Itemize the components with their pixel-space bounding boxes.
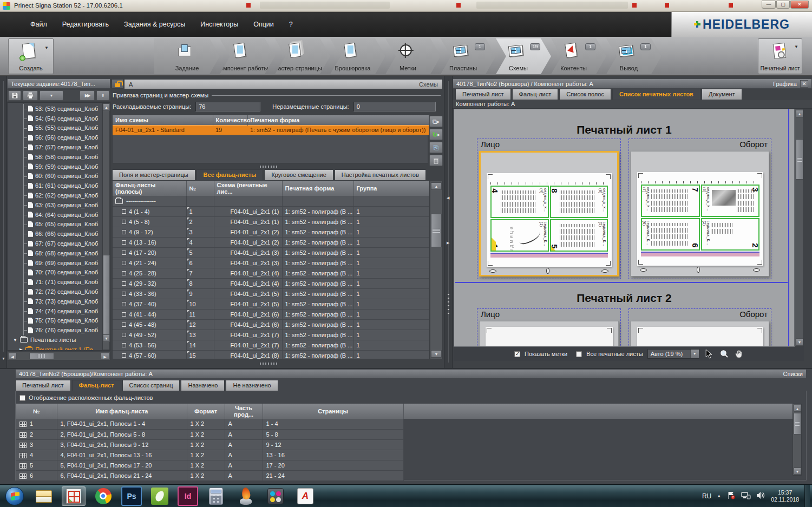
show-desktop-button[interactable] — [804, 485, 810, 507]
fold-sheet-row[interactable]: 4 (9 - 12) 3 F04-01_ui_2x1 (2) 1: sm52 -… — [113, 227, 430, 237]
scheme-row-selected[interactable]: F04-01_ui_2x1 - Standard 19 1: sm52 - по… — [113, 125, 429, 135]
menu-item[interactable]: Опции — [246, 17, 281, 31]
preview-vertical-scrollbar[interactable]: ▲ ▼ — [795, 109, 804, 347]
tree-item-print-sheet-1[interactable]: ▶ Печатный лист 1 (Пе — [14, 345, 93, 351]
tree-item-page[interactable]: 59: (59) седмица_Клоб — [8, 162, 102, 172]
tree-item-page[interactable]: 62: (62) седмица_Клоб — [8, 190, 102, 200]
show-placed-folds-checkbox[interactable] — [19, 395, 25, 401]
imposed-page[interactable]: 7 седмица_К...(7) — [641, 185, 700, 217]
tree-item-page[interactable]: 72: (72) седмица_Клоб — [8, 287, 102, 297]
row-checkbox[interactable] — [122, 333, 126, 337]
fold-sheet-row[interactable]: 4 (25 - 28) 7 F04-01_ui_2x1 (4) 1: sm52 … — [113, 268, 430, 278]
preview-tab[interactable]: Печатный лист — [455, 89, 511, 100]
fold-list-row[interactable]: 2 2, F04-01_ui_2x1, Полосы 5 - 8 1 X 2 A… — [16, 429, 793, 439]
fold-group-row[interactable]: --------------- — [113, 196, 430, 206]
tree-item-page[interactable]: 75: (75) седмица_Клоб — [8, 316, 102, 326]
tree-item-page[interactable]: 53: (53) седмица_Клоб — [8, 104, 102, 114]
fold-sheet-row[interactable]: 4 (13 - 16) 4 F04-01_ui_2x1 (2) 1: sm52 … — [113, 237, 430, 247]
tray-expand-icon[interactable]: ▲ — [717, 493, 721, 498]
row-checkbox[interactable] — [122, 240, 126, 245]
row-checkbox[interactable] — [122, 312, 126, 317]
fold-list-row[interactable]: 1 1, F04-01_ui_2x1, Полосы 1 - 4 1 X 2 A… — [16, 419, 793, 429]
menu-item[interactable]: Задания & ресурсы — [116, 17, 193, 31]
print-button[interactable] — [23, 90, 38, 101]
fold-sheet-row[interactable]: 4 (21 - 24) 6 F04-01_ui_2x1 (3) 1: sm52 … — [113, 258, 430, 268]
fold-list-row[interactable]: 6 6, F04-01_ui_2x1, Полосы 21 - 24 1 X 2… — [16, 470, 793, 480]
row-checkbox[interactable] — [122, 281, 126, 286]
minimize-button[interactable]: — — [762, 1, 776, 9]
preview-tab[interactable]: Фальц-лист — [512, 89, 559, 100]
tree-horizontal-scrollbar[interactable]: ◀ ▶ — [7, 352, 110, 360]
fold-sheet-row[interactable]: 4 (17 - 20) 5 F04-01_ui_2x1 (3) 1: sm52 … — [113, 247, 430, 258]
tree-item-page[interactable]: 76: (76) седмица_Клоб — [8, 325, 102, 335]
workflow-step[interactable]: Задание — [154, 38, 220, 74]
taskbar-app-button[interactable] — [148, 486, 172, 506]
tree-item-page[interactable]: 74: (74) седмица_Клоб — [8, 306, 102, 316]
taskbar-app-button[interactable]: Ps — [121, 486, 142, 506]
replace-scheme-button[interactable]: ↻▶ — [429, 129, 443, 140]
show-marks-checkbox[interactable] — [514, 351, 520, 357]
sheet2-back-sheet[interactable] — [631, 321, 769, 347]
bottom-tab[interactable]: Печатный лист — [15, 380, 71, 391]
tree-item-page[interactable]: 70: (70) седмица_Клоб — [8, 268, 102, 278]
panel-resize-grip[interactable] — [260, 363, 278, 365]
panel-splitter[interactable]: ◀ ▶ — [444, 76, 453, 368]
row-checkbox[interactable] — [122, 292, 126, 296]
sheet2-back-group[interactable]: Оборот — [628, 308, 771, 347]
tree-item-page[interactable]: 71: (71) седмица_Клоб — [8, 277, 102, 287]
scroll-down-button[interactable]: ▼ — [431, 350, 442, 358]
print-sheet-button[interactable]: ▼ Печатный лист — [758, 38, 802, 74]
scroll-thumb[interactable] — [103, 255, 110, 341]
taskbar-app-button[interactable]: A — [293, 486, 317, 506]
tree-item-page[interactable]: 61: (61) седмица_Клоб — [8, 181, 102, 190]
row-checkbox[interactable] — [122, 209, 126, 214]
sheet2-front-sheet[interactable] — [479, 321, 619, 347]
preview-tab[interactable]: Документ — [702, 89, 742, 100]
scroll-thumb[interactable] — [29, 353, 54, 359]
taskbar-app-button[interactable] — [62, 486, 86, 506]
menu-item[interactable]: ? — [281, 17, 300, 31]
sheet1-back-sheet[interactable]: 7 седмица_К...(7) 3 седмица_К...(3) — [631, 151, 769, 276]
imposed-page[interactable]: 6 седмица_К...(6) — [641, 218, 700, 251]
tree-item-page[interactable]: 65: (65) седмица_Клоб — [8, 220, 102, 229]
network-icon[interactable] — [741, 491, 751, 501]
bottom-tab[interactable]: Список страниц — [122, 380, 180, 391]
taskbar-app-button[interactable] — [32, 486, 56, 506]
close-panel-button[interactable]: ✕ — [800, 80, 808, 88]
action-center-icon[interactable] — [726, 491, 736, 501]
expand-arrow-icon[interactable]: ▼ — [13, 338, 17, 343]
collapse-right-icon[interactable]: ▶ — [447, 241, 449, 245]
middle-tab[interactable]: Поля и мастер-страницы — [112, 169, 195, 180]
tree-item-page[interactable]: 58: (58) седмица_Клоб — [8, 152, 102, 162]
fold-sheet-row[interactable]: 4 (41 - 44) 11 F04-01_ui_2x1 (6) 1: sm52… — [113, 309, 430, 319]
fold-list-row[interactable]: 5 5, F04-01_ui_2x1, Полосы 17 - 20 1 X 2… — [16, 460, 793, 470]
language-indicator[interactable]: RU — [702, 492, 711, 500]
imposed-page[interactable]: 3 седмица_К...(3) — [701, 185, 760, 217]
bottom-tab[interactable]: Назначено — [181, 380, 225, 391]
taskbar-app-button[interactable] — [204, 486, 228, 506]
imposed-page[interactable]: 1 седмица_К...(1) седмица — [490, 219, 549, 252]
taskbar-app-button[interactable] — [264, 486, 287, 506]
pages-to-impose-field[interactable]: 76 — [195, 102, 260, 111]
row-checkbox[interactable] — [122, 261, 126, 265]
tree-item-page[interactable]: 54: (54) седмица_Клоб — [8, 114, 102, 123]
middle-tab[interactable]: Настройка печатных листов — [335, 169, 426, 180]
menu-item[interactable]: Файл — [23, 17, 55, 31]
tree-vertical-scrollbar[interactable]: ▲ ▼ — [102, 103, 110, 350]
component-tab-a[interactable]: A Схемы — [124, 79, 443, 89]
fold-sheet-row[interactable]: 4 (29 - 32) 8 F04-01_ui_2x1 (4) 1: sm52 … — [113, 278, 430, 288]
sheet1-front-sheet[interactable]: 4 седмица_К...(4) 8 седмица_К...(8) — [479, 151, 619, 276]
tree-item-page[interactable]: 56: (56) седмица_Клоб — [8, 133, 102, 142]
skip-forward-button[interactable]: ▶▶ — [80, 90, 95, 101]
expand-arrow-icon[interactable]: ▶ — [19, 347, 23, 351]
left-collapse-splitter[interactable]: ▼ — [0, 76, 7, 368]
all-sheets-checkbox[interactable] — [576, 351, 582, 357]
scroll-thumb[interactable] — [431, 214, 442, 247]
tree-folder-print-sheets[interactable]: ▼ Печатные листы — [8, 335, 76, 345]
chevron-down-icon[interactable]: ▼ — [690, 350, 699, 358]
panel-resize-grip[interactable] — [260, 166, 278, 168]
tree-item-page[interactable]: 73: (73) седмица_Клоб — [8, 297, 102, 306]
tree-item-page[interactable]: 57: (57) седмица_Клоб — [8, 142, 102, 152]
scroll-down-button[interactable]: ▼ — [103, 334, 110, 342]
middle-tab[interactable]: Все фальц-листы — [197, 169, 264, 180]
